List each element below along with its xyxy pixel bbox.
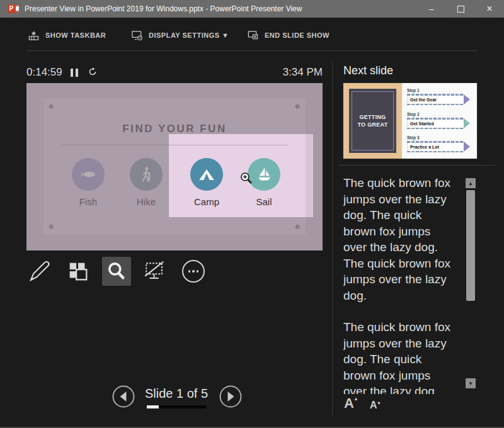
notes-scrollbar[interactable]: ▲ ▼ bbox=[466, 178, 476, 388]
pause-icon bbox=[71, 69, 73, 77]
step-label: Step 3 bbox=[407, 135, 464, 140]
slide-canvas[interactable]: FIND YOUR FUN Fish bbox=[26, 83, 323, 251]
thumbnail-steps: Step 1 Get the Gear Step 2 Get Started S… bbox=[402, 83, 477, 159]
increase-font-label: A bbox=[344, 395, 354, 412]
window-title: Presenter View in PowerPoint 2019 for Wi… bbox=[25, 4, 302, 13]
board-text: GETTING TO GREAT bbox=[352, 113, 393, 128]
current-time: 3:34 PM bbox=[283, 66, 323, 79]
step-title: Get the Gear bbox=[410, 98, 437, 102]
step-3: Step 3 Practice a Lot bbox=[407, 135, 464, 152]
show-taskbar-label: SHOW TASKBAR bbox=[45, 31, 106, 39]
toolbar-divider bbox=[26, 50, 478, 51]
scrollbar-thumb[interactable] bbox=[466, 190, 475, 301]
pause-timer-button[interactable] bbox=[71, 69, 78, 77]
see-all-slides-icon bbox=[66, 259, 90, 283]
display-settings-icon bbox=[131, 30, 143, 42]
step-1: Step 1 Get the Gear bbox=[407, 88, 464, 105]
panel-horizontal-divider bbox=[338, 165, 496, 166]
decrease-mark-icon: ▾ bbox=[378, 400, 381, 406]
display-settings-button[interactable]: DISPLAY SETTINGS ▼ bbox=[131, 28, 229, 43]
black-screen-button[interactable] bbox=[140, 257, 169, 286]
end-slide-show-button[interactable]: END SLIDE SHOW bbox=[247, 28, 329, 43]
thumbnail-board-frame: GETTING TO GREAT bbox=[343, 83, 402, 159]
previous-arrow-icon bbox=[112, 385, 135, 408]
zoom-icon bbox=[105, 260, 128, 283]
step-2: Step 2 Get Started bbox=[407, 112, 464, 129]
step-banner: Get Started bbox=[407, 118, 464, 129]
restart-icon bbox=[88, 67, 98, 77]
step-banner: Practice a Lot bbox=[407, 141, 464, 152]
decrease-font-size-button[interactable]: A ▾ bbox=[370, 400, 381, 411]
step-arrow-icon bbox=[464, 142, 470, 152]
notes-paragraph: The quick brown fox jumps over the lazy … bbox=[343, 175, 455, 303]
next-slide-heading: Next slide bbox=[343, 64, 393, 77]
end-slide-show-label: END SLIDE SHOW bbox=[265, 31, 329, 39]
titlebar: P Presenter View in PowerPoint 2019 for … bbox=[0, 0, 504, 18]
window-controls: – × bbox=[417, 0, 504, 18]
step-title: Practice a Lot bbox=[410, 145, 439, 149]
dim-overlay-bottom bbox=[26, 217, 323, 251]
next-slide-thumbnail[interactable]: GETTING TO GREAT Step 1 Get the Gear Ste… bbox=[343, 83, 477, 159]
more-options-button[interactable] bbox=[179, 257, 208, 286]
decrease-font-label: A bbox=[370, 400, 377, 411]
show-taskbar-button[interactable]: SHOW TASKBAR bbox=[28, 28, 106, 43]
next-arrow-icon bbox=[219, 385, 243, 408]
display-settings-label: DISPLAY SETTINGS ▼ bbox=[149, 31, 229, 39]
maximize-icon bbox=[457, 6, 464, 13]
end-slide-show-icon bbox=[247, 30, 259, 42]
increase-mark-icon: ▴ bbox=[355, 396, 357, 402]
scroll-down-button[interactable]: ▼ bbox=[466, 378, 476, 388]
restart-timer-button[interactable] bbox=[88, 67, 98, 79]
speaker-notes: The quick brown fox jumps over the lazy … bbox=[343, 175, 455, 394]
panel-vertical-divider bbox=[332, 60, 333, 415]
next-slide-button[interactable] bbox=[219, 385, 243, 408]
scroll-up-button[interactable]: ▲ bbox=[466, 178, 476, 188]
dim-overlay-top bbox=[26, 83, 323, 134]
step-title: Get Started bbox=[410, 121, 434, 126]
powerpoint-app-icon: P bbox=[8, 4, 19, 14]
see-all-slides-button[interactable] bbox=[64, 257, 93, 286]
elapsed-timer: 0:14:59 bbox=[26, 66, 62, 79]
dim-overlay-left bbox=[26, 134, 169, 217]
step-label: Step 1 bbox=[407, 88, 464, 93]
pen-tool-button[interactable] bbox=[25, 257, 54, 286]
step-arrow-icon bbox=[464, 118, 470, 128]
previous-slide-button[interactable] bbox=[112, 385, 135, 408]
black-screen-icon bbox=[143, 259, 167, 283]
show-taskbar-icon bbox=[28, 30, 40, 42]
close-button[interactable]: × bbox=[475, 0, 504, 18]
maximize-button[interactable] bbox=[446, 0, 475, 18]
dim-overlay-right bbox=[313, 134, 323, 217]
notes-paragraph: The quick brown fox jumps over the lazy … bbox=[343, 319, 455, 394]
presenter-tools bbox=[25, 257, 208, 286]
pen-icon bbox=[27, 259, 52, 284]
minimize-button[interactable]: – bbox=[417, 0, 446, 18]
more-options-icon bbox=[182, 260, 205, 283]
step-banner: Get the Gear bbox=[407, 94, 464, 105]
step-arrow-icon bbox=[464, 94, 470, 104]
slide-progress-bar bbox=[147, 405, 206, 408]
thumbnail-chalkboard: GETTING TO GREAT bbox=[349, 89, 396, 153]
zoom-in-cursor-icon bbox=[239, 171, 253, 188]
slide-counter: Slide 1 of 5 bbox=[140, 386, 213, 401]
step-label: Step 2 bbox=[407, 112, 464, 116]
slide-progress-fill bbox=[147, 405, 159, 408]
increase-font-size-button[interactable]: A ▴ bbox=[344, 395, 357, 412]
zoom-tool-button[interactable] bbox=[102, 257, 131, 286]
